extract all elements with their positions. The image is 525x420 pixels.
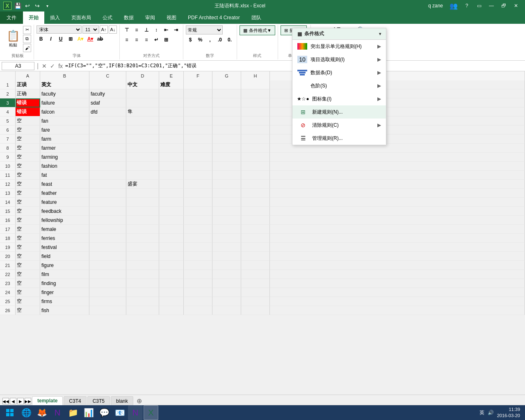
cell-B8[interactable]: farmer	[40, 144, 89, 153]
menu-item-highlight[interactable]: 突出显示单元格规则(H) ▶	[292, 40, 386, 53]
menu-item-iconset[interactable]: ★☆● 图标集(I) ▶	[292, 92, 386, 105]
cell-D5[interactable]	[126, 116, 159, 126]
cell-D14[interactable]	[126, 198, 159, 207]
menu-item-topn[interactable]: 10 项目选取规则(I) ▶	[292, 53, 386, 66]
align-left-btn[interactable]: ≡	[122, 35, 131, 44]
cell-F5[interactable]	[184, 116, 212, 126]
cell-C10[interactable]	[89, 162, 126, 171]
cell-B7[interactable]: farm	[40, 135, 89, 144]
row-num-7[interactable]: 7	[0, 135, 16, 144]
cell-F2[interactable]	[184, 89, 212, 98]
cell-D8[interactable]	[126, 144, 159, 153]
cell-H11[interactable]	[241, 171, 270, 180]
cell-A25[interactable]: 空	[16, 297, 40, 306]
cell-H25[interactable]	[241, 297, 270, 306]
sheet-tab-c3t5[interactable]: C3T5	[87, 396, 110, 405]
sheet-nav-last[interactable]: ▶▶	[25, 398, 31, 404]
cell-G21[interactable]	[212, 261, 241, 270]
cell-H8[interactable]	[241, 144, 270, 153]
cell-C5[interactable]	[89, 116, 126, 126]
cell-D24[interactable]	[126, 288, 159, 297]
cell-C7[interactable]	[89, 135, 126, 144]
cell-A26[interactable]: 空	[16, 306, 40, 315]
cell-D15[interactable]	[126, 207, 159, 216]
cell-F9[interactable]	[184, 153, 212, 162]
fill-color-button[interactable]: A▾	[76, 34, 85, 43]
cell-D13[interactable]	[126, 189, 159, 198]
conditional-format-button[interactable]: ▦ 条件格式▼	[240, 25, 275, 35]
cell-A20[interactable]: 空	[16, 252, 40, 261]
cell-C1[interactable]	[89, 80, 126, 89]
row-num-17[interactable]: 17	[0, 225, 16, 234]
cell-G25[interactable]	[212, 297, 241, 306]
cell-C8[interactable]	[89, 144, 126, 153]
cell-H7[interactable]	[241, 135, 270, 144]
cell-B13[interactable]: feather	[40, 189, 89, 198]
cell-A19[interactable]: 空	[16, 243, 40, 252]
cell-B25[interactable]: firms	[40, 297, 89, 306]
cell-G15[interactable]	[212, 207, 241, 216]
cell-A14[interactable]: 空	[16, 198, 40, 207]
cell-B5[interactable]: fan	[40, 116, 89, 126]
align-right-btn[interactable]: ≡	[142, 35, 151, 44]
cell-E3[interactable]	[159, 98, 184, 107]
row-num-8[interactable]: 8	[0, 144, 16, 153]
cell-E13[interactable]	[159, 189, 184, 198]
row-num-12[interactable]: 12	[0, 180, 16, 189]
cell-F15[interactable]	[184, 207, 212, 216]
customize-btn[interactable]: ▾	[43, 1, 52, 10]
align-bottom-btn[interactable]: ⊥	[142, 25, 151, 34]
cell-D26[interactable]	[126, 306, 159, 315]
cell-G16[interactable]	[212, 216, 241, 225]
cell-C15[interactable]	[89, 207, 126, 216]
cell-C12[interactable]	[89, 180, 126, 189]
cell-A12[interactable]: 空	[16, 180, 40, 189]
cell-A6[interactable]: 空	[16, 126, 40, 135]
border-button[interactable]: ⊞	[66, 34, 75, 43]
cut-button[interactable]: ✂	[23, 26, 31, 34]
align-top-btn[interactable]: ⊤	[122, 25, 131, 34]
taskbar-ie[interactable]: 🌐	[19, 405, 34, 420]
cell-F23[interactable]	[184, 279, 212, 288]
cell-E11[interactable]	[159, 171, 184, 180]
cell-F13[interactable]	[184, 189, 212, 198]
cell-E21[interactable]	[159, 261, 184, 270]
row-num-26[interactable]: 26	[0, 306, 16, 315]
font-size-select[interactable]: 11	[82, 25, 99, 34]
cell-C26[interactable]	[89, 306, 126, 315]
cell-H9[interactable]	[241, 153, 270, 162]
cell-G6[interactable]	[212, 126, 241, 135]
cell-E22[interactable]	[159, 270, 184, 279]
cell-F12[interactable]	[184, 180, 212, 189]
tab-view[interactable]: 视图	[161, 11, 182, 24]
cell-E9[interactable]	[159, 153, 184, 162]
cell-B23[interactable]: finding	[40, 279, 89, 288]
sheet-tab-blank[interactable]: blank	[111, 396, 133, 405]
font-name-select[interactable]: 宋体	[37, 25, 82, 34]
cell-F8[interactable]	[184, 144, 212, 153]
cell-F22[interactable]	[184, 270, 212, 279]
bold-button[interactable]: B	[37, 34, 46, 43]
cell-B2[interactable]: faculty	[40, 89, 89, 98]
cell-E18[interactable]	[159, 234, 184, 243]
sheet-nav-first[interactable]: ◀◀	[2, 398, 9, 404]
col-header-f[interactable]: F	[184, 71, 212, 80]
cell-D9[interactable]	[126, 153, 159, 162]
cell-H14[interactable]	[241, 198, 270, 207]
wrap-text-btn[interactable]: ↵	[152, 35, 161, 44]
cell-F17[interactable]	[184, 225, 212, 234]
cell-F4[interactable]	[184, 107, 212, 116]
tab-pdf[interactable]: PDF Architect 4 Creator	[182, 11, 246, 24]
cell-E24[interactable]	[159, 288, 184, 297]
cell-G14[interactable]	[212, 198, 241, 207]
number-format-select[interactable]: 常规	[186, 25, 223, 34]
col-header-g[interactable]: G	[212, 71, 241, 80]
cell-C17[interactable]	[89, 225, 126, 234]
cell-A7[interactable]: 空	[16, 135, 40, 144]
row-num-3[interactable]: 3	[0, 98, 16, 107]
cell-F10[interactable]	[184, 162, 212, 171]
row-num-25[interactable]: 25	[0, 297, 16, 306]
undo-btn[interactable]: ↩	[23, 1, 32, 10]
cell-E20[interactable]	[159, 252, 184, 261]
cell-F18[interactable]	[184, 234, 212, 243]
